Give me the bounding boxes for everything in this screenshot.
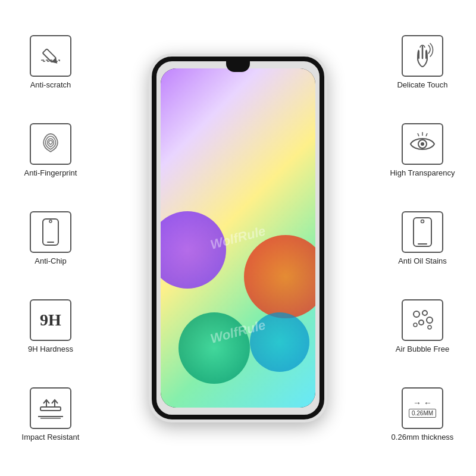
thickness-label: 0.26mm thickness (392, 433, 454, 441)
feature-9h-hardness: 9H 9H Hardness (28, 299, 73, 353)
screen-content: WolfRule WolfRule (161, 68, 315, 408)
svg-point-4 (49, 220, 52, 223)
delicate-touch-label: Delicate Touch (397, 80, 447, 89)
9h-hardness-icon: 9H (30, 299, 71, 341)
svg-marker-2 (52, 58, 60, 65)
delicate-touch-icon (402, 35, 443, 77)
phone-screen: WolfRule WolfRule (161, 68, 315, 408)
anti-scratch-icon (30, 35, 71, 77)
svg-rect-6 (40, 407, 61, 411)
right-features-column: Delicate Touch High Transparency (369, 12, 476, 464)
phone-body: WolfRule WolfRule (149, 54, 327, 422)
svg-rect-16 (414, 218, 431, 246)
anti-fingerprint-icon (30, 123, 71, 165)
svg-point-17 (421, 220, 424, 223)
svg-point-22 (419, 320, 424, 325)
high-transparency-label: High Transparency (390, 168, 455, 177)
feature-impact-resistant: Impact Resistant (22, 387, 80, 441)
screen-circle-orange (244, 235, 315, 318)
feature-thickness: → ← 0.26MM 0.26mm thickness (392, 387, 454, 441)
svg-point-21 (427, 317, 433, 323)
svg-point-24 (428, 325, 431, 329)
svg-point-20 (422, 311, 427, 315)
svg-rect-5 (47, 242, 54, 243)
thickness-box: → ← 0.26MM (409, 398, 436, 418)
svg-point-12 (421, 142, 424, 146)
thickness-value: 0.26MM (409, 409, 436, 418)
feature-anti-scratch: Anti-scratch (30, 35, 71, 89)
feature-anti-oil: Anti Oil Stains (398, 211, 447, 265)
feature-delicate-touch: Delicate Touch (397, 35, 447, 89)
svg-point-23 (414, 323, 417, 327)
impact-resistant-icon (30, 387, 71, 429)
9h-hardness-label: 9H Hardness (28, 345, 73, 353)
air-bubble-label: Air Bubble Free (396, 345, 449, 353)
feature-anti-chip: Anti-Chip (30, 211, 71, 265)
main-container: Anti-scratch Anti-Fingerprint (0, 0, 476, 476)
feature-high-transparency: High Transparency (390, 123, 455, 177)
feature-anti-fingerprint: Anti-Fingerprint (24, 123, 77, 177)
9h-badge: 9H (40, 312, 61, 328)
anti-oil-label: Anti Oil Stains (398, 256, 447, 265)
high-transparency-icon (402, 123, 443, 165)
phone-display: WolfRule WolfRule (149, 54, 327, 422)
impact-resistant-label: Impact Resistant (22, 433, 80, 441)
air-bubble-icon (402, 299, 443, 341)
left-features-column: Anti-scratch Anti-Fingerprint (0, 12, 101, 464)
svg-rect-18 (418, 243, 427, 245)
feature-air-bubble: Air Bubble Free (396, 299, 449, 353)
svg-line-15 (426, 133, 427, 136)
thickness-arrows: → ← (413, 398, 432, 408)
svg-point-19 (414, 311, 419, 317)
thickness-icon: → ← 0.26MM (402, 387, 443, 429)
svg-line-14 (418, 133, 419, 136)
anti-scratch-label: Anti-scratch (30, 80, 71, 89)
anti-chip-label: Anti-Chip (35, 256, 66, 265)
anti-fingerprint-label: Anti-Fingerprint (24, 168, 77, 177)
anti-oil-icon (402, 211, 443, 253)
anti-chip-icon (30, 211, 71, 253)
